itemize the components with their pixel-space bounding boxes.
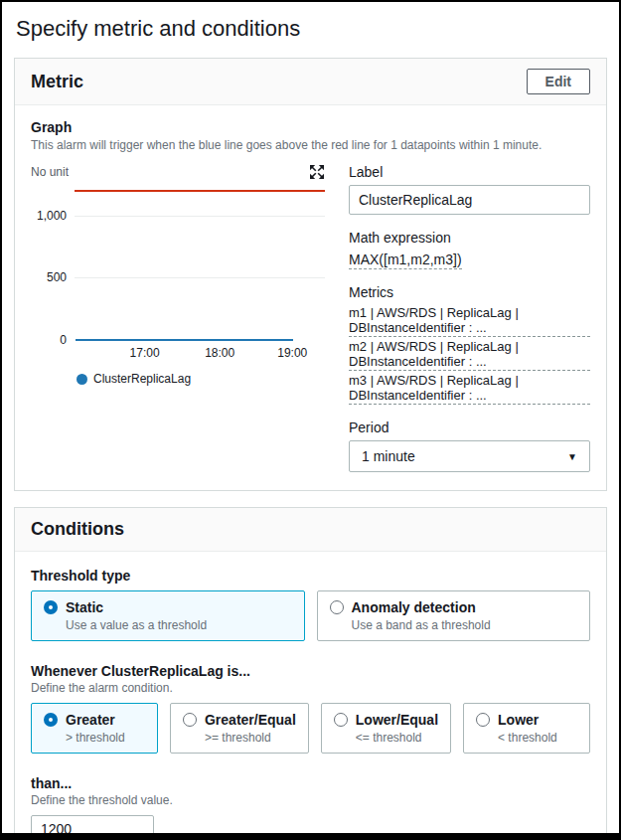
radio-lower[interactable] — [476, 713, 490, 727]
operator-lower-equal[interactable]: Lower/Equal <= threshold — [321, 703, 451, 754]
page-title: Specify metric and conditions — [16, 16, 605, 42]
y-tick-0: 0 — [60, 332, 67, 348]
x-tick-1800: 18:00 — [205, 346, 234, 360]
legend-color-dot — [77, 374, 87, 385]
metric-blue-line — [76, 339, 293, 341]
threshold-type-options: Static Use a value as a threshold Anomal… — [31, 590, 590, 641]
metric-section-title: Metric — [31, 72, 83, 92]
metric-row-m3[interactable]: m3 | AWS/RDS | ReplicaLag | DBInstanceId… — [349, 373, 590, 405]
alarm-wizard-page: Specify metric and conditions Metric Edi… — [0, 0, 621, 840]
x-tick-1700: 17:00 — [130, 346, 160, 360]
threshold-value-description: Define the threshold value. — [31, 793, 590, 807]
metric-row-m1[interactable]: m1 | AWS/RDS | ReplicaLag | DBInstanceId… — [349, 305, 590, 337]
y-tick-1000: 1,000 — [37, 208, 67, 224]
radio-static[interactable] — [44, 600, 58, 614]
plot-area — [75, 184, 325, 341]
conditions-card-body: Threshold type Static Use a value as a t… — [15, 552, 606, 840]
legend-label: ClusterReplicaLag — [93, 372, 191, 386]
operator-lower[interactable]: Lower < threshold — [463, 703, 590, 754]
expand-graph-icon[interactable] — [309, 164, 325, 180]
y-tick-500: 500 — [47, 269, 67, 285]
threshold-value-input[interactable] — [31, 815, 154, 840]
label-input[interactable] — [349, 185, 590, 215]
metric-card-body: Graph This alarm will trigger when the b… — [15, 105, 606, 490]
y-axis-unit-label: No unit — [31, 165, 69, 179]
metric-card-header: Metric Edit — [15, 59, 606, 105]
operator-options: Greater > threshold Greater/Equal >= thr… — [31, 703, 590, 754]
edit-button[interactable]: Edit — [527, 69, 590, 94]
metric-card: Metric Edit Graph This alarm will trigge… — [14, 58, 607, 491]
operator-label: Whenever ClusterReplicaLag is... — [31, 663, 590, 679]
conditions-section-title: Conditions — [31, 519, 124, 540]
y-axis: 1,000 500 0 — [31, 184, 75, 341]
radio-greater[interactable] — [44, 713, 58, 727]
conditions-card: Conditions Threshold type Static Use a v… — [14, 507, 607, 840]
period-select[interactable]: 1 minute ▼ — [349, 440, 590, 472]
graph-description: This alarm will trigger when the blue li… — [31, 138, 590, 152]
chevron-down-icon: ▼ — [567, 451, 577, 462]
x-axis: 17:00 18:00 19:00 — [75, 346, 325, 362]
legend-item-clusterreplicalag[interactable]: ClusterReplicaLag — [77, 372, 325, 386]
math-expression-value[interactable]: MAX([m1,m2,m3]) — [349, 252, 462, 269]
operator-greater[interactable]: Greater > threshold — [31, 703, 158, 754]
threshold-value-label: than... — [31, 775, 590, 791]
threshold-type-label: Threshold type — [31, 568, 590, 584]
threshold-type-static[interactable]: Static Use a value as a threshold — [31, 590, 305, 641]
math-expression-label: Math expression — [349, 230, 590, 246]
conditions-card-header: Conditions — [15, 508, 606, 552]
threshold-red-line — [75, 190, 325, 192]
operator-description: Define the alarm condition. — [31, 681, 590, 695]
metrics-label: Metrics — [349, 284, 590, 300]
period-label: Period — [349, 420, 590, 435]
period-selected-value: 1 minute — [362, 448, 415, 464]
operator-greater-equal[interactable]: Greater/Equal >= threshold — [170, 703, 309, 754]
metric-graph: No unit — [31, 164, 325, 472]
gridline-500 — [75, 277, 325, 278]
radio-lower-equal[interactable] — [334, 713, 348, 727]
radio-anomaly-detection[interactable] — [330, 600, 344, 614]
label-field-label: Label — [349, 164, 590, 180]
graph-heading: Graph — [31, 119, 590, 135]
metric-row-m2[interactable]: m2 | AWS/RDS | ReplicaLag | DBInstanceId… — [349, 339, 590, 371]
x-tick-1900: 19:00 — [277, 346, 307, 360]
metric-fields: Label Math expression MAX([m1,m2,m3]) Me… — [349, 164, 590, 472]
threshold-type-anomaly-detection[interactable]: Anomaly detection Use a band as a thresh… — [317, 590, 591, 641]
gridline-1000 — [75, 216, 325, 217]
radio-greater-equal[interactable] — [183, 713, 197, 727]
